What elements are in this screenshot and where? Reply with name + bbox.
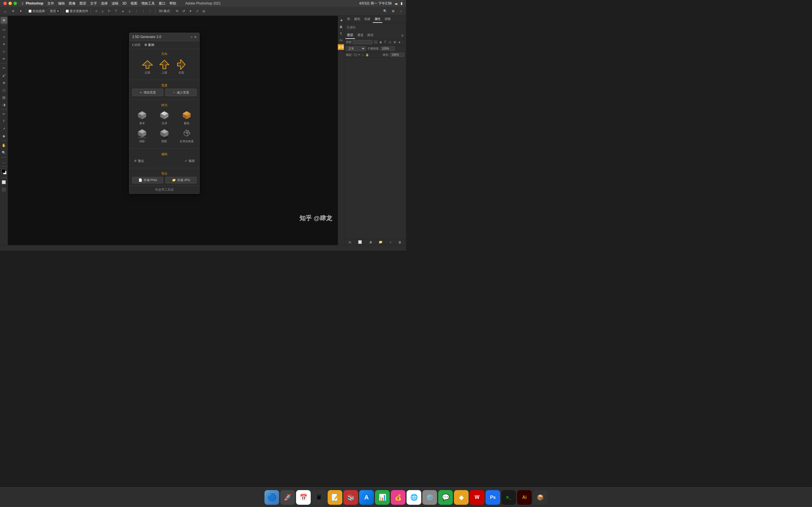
menu-filter[interactable]: 滤镜 bbox=[112, 1, 118, 6]
brush-tool[interactable]: 🖌 bbox=[1, 72, 7, 79]
direction-left[interactable]: 左面 bbox=[142, 59, 153, 75]
menu-edit[interactable]: 编辑 bbox=[58, 1, 65, 6]
hand-tool[interactable]: ✋ bbox=[1, 142, 7, 149]
menu-3d[interactable]: 3D bbox=[122, 1, 126, 5]
marquee-tool[interactable]: ▭ bbox=[1, 26, 7, 33]
menu-layer[interactable]: 图层 bbox=[80, 1, 86, 6]
reset-button[interactable]: ↺ 复位 bbox=[132, 158, 146, 164]
style-global-light[interactable]: 全局光角度 bbox=[177, 128, 197, 144]
app-menu-photoshop[interactable]: Photoshop bbox=[26, 1, 43, 5]
path-select-tool[interactable]: ↗ bbox=[1, 125, 7, 132]
direction-up[interactable]: 上面 bbox=[159, 59, 170, 75]
align-center-v-icon[interactable]: ≡ bbox=[120, 8, 126, 14]
show-transform-check[interactable] bbox=[66, 10, 69, 13]
save-png-button[interactable]: 📄 存储 PNG bbox=[132, 177, 163, 183]
distribute-icon[interactable]: ⋮ bbox=[134, 8, 139, 14]
distribute2-icon[interactable]: ⋮ bbox=[140, 8, 146, 14]
new-layer-button[interactable]: + bbox=[390, 240, 391, 244]
shape-tool[interactable]: ◆ bbox=[1, 133, 7, 139]
clone-tool[interactable]: ⊕ bbox=[1, 79, 7, 86]
fx-button[interactable]: fx bbox=[349, 240, 351, 244]
align-center-h-icon[interactable]: ⊥ bbox=[100, 8, 105, 14]
filter-adjustment-icon[interactable]: ◑ bbox=[378, 40, 382, 44]
style-color[interactable]: 颜色 bbox=[177, 110, 197, 125]
tab-explain[interactable]: ℹ 说明 bbox=[132, 43, 140, 47]
save-button[interactable]: ✓ 保存 bbox=[183, 158, 197, 164]
menu-window[interactable]: 窗口 bbox=[159, 1, 165, 6]
tab-library[interactable]: 库 bbox=[345, 16, 352, 23]
maximize-button[interactable] bbox=[13, 2, 17, 5]
collapse-panels-button[interactable]: ◀ bbox=[339, 17, 344, 23]
mask-mode[interactable]: ⬜ bbox=[1, 179, 7, 186]
direction-right[interactable]: 右面 bbox=[175, 59, 187, 75]
save-jpg-button[interactable]: 📁 存储 JPG bbox=[165, 177, 197, 183]
tab-swatches[interactable]: 色板 bbox=[363, 16, 372, 23]
tab-channels[interactable]: 通道 bbox=[356, 32, 365, 39]
3d-slide-icon[interactable]: ⤢ bbox=[194, 8, 200, 14]
3d-pan-icon[interactable]: ↺ bbox=[181, 8, 186, 14]
layer-filter-input[interactable] bbox=[353, 40, 372, 44]
tab-paths[interactable]: 路径 bbox=[366, 32, 375, 39]
expand-icon[interactable]: » bbox=[191, 35, 193, 39]
3d-camera-icon[interactable]: ◎ bbox=[201, 8, 207, 14]
menu-select[interactable]: 选择 bbox=[101, 1, 108, 6]
align-right-icon[interactable]: ⊢ bbox=[107, 8, 112, 14]
auto-select-checkbox[interactable]: 自动选择: bbox=[29, 9, 46, 13]
dropdown-arrow[interactable]: ▾ bbox=[18, 8, 24, 14]
increase-width-button[interactable]: + 增加宽度 bbox=[132, 89, 163, 96]
tab-color[interactable]: 颜色 bbox=[352, 16, 362, 23]
zoom-tool[interactable]: 🔍 bbox=[1, 149, 7, 156]
lasso-tool[interactable]: ⊃ bbox=[1, 34, 7, 40]
style-glossy[interactable]: 光泽 bbox=[154, 110, 174, 125]
menu-image[interactable]: 图像 bbox=[69, 1, 75, 6]
lock-position-icon[interactable]: ✏ bbox=[358, 53, 360, 56]
decrease-width-button[interactable]: − 减少宽度 bbox=[165, 89, 197, 96]
menu-file[interactable]: 文件 bbox=[47, 1, 54, 6]
extra-tool[interactable]: … bbox=[1, 159, 7, 165]
layers-panel-menu[interactable]: ≡ bbox=[400, 33, 405, 39]
home-icon[interactable]: ⌂ bbox=[2, 8, 8, 14]
tab-example[interactable]: ⚙ 案例 bbox=[144, 43, 154, 47]
A-icon[interactable]: A bbox=[339, 24, 344, 30]
workspace-icon[interactable]: ⊞ bbox=[390, 8, 396, 14]
minimize-button[interactable] bbox=[8, 2, 12, 5]
filter-toggle[interactable]: ● bbox=[398, 40, 402, 44]
menu-icon[interactable]: ≡ bbox=[194, 35, 197, 39]
filter-text-icon[interactable]: T bbox=[383, 40, 387, 44]
align-left-icon[interactable]: ⊣ bbox=[93, 8, 99, 14]
adjustment-button[interactable]: ◑ bbox=[369, 240, 372, 244]
align-top-icon[interactable]: ⊤ bbox=[113, 8, 119, 14]
screen-mode[interactable]: ⬛ bbox=[1, 186, 7, 193]
menu-text[interactable]: 文字 bbox=[90, 1, 97, 6]
move-tool-options[interactable]: ✛ bbox=[10, 8, 16, 14]
text-tool[interactable]: T bbox=[1, 118, 7, 125]
lock-pixels-icon[interactable]: ⬛ bbox=[354, 53, 357, 56]
layer-select-dropdown[interactable]: 图层 ▾ bbox=[48, 8, 61, 14]
apple-menu[interactable]:  bbox=[22, 1, 23, 6]
auto-select-check[interactable] bbox=[29, 10, 32, 13]
move-tool[interactable]: ✛ bbox=[1, 17, 7, 24]
layer-mode-select[interactable]: 正常 bbox=[346, 46, 366, 51]
menu-view[interactable]: 视图 bbox=[131, 1, 137, 6]
menu-help[interactable]: 帮助 bbox=[169, 1, 176, 6]
gradient-tool[interactable]: ▤ bbox=[1, 94, 7, 101]
style-basic[interactable]: 基本 bbox=[132, 110, 152, 125]
filter-smart-icon[interactable]: ⊞ bbox=[393, 40, 397, 44]
3d-scale-icon[interactable]: ✦ bbox=[188, 8, 193, 14]
distribute3-icon[interactable]: ⋮ bbox=[147, 8, 153, 14]
foreground-color[interactable] bbox=[1, 169, 5, 173]
filter-shape-icon[interactable]: ◻ bbox=[388, 40, 392, 44]
pilcrow-icon[interactable]: ¶ bbox=[339, 31, 344, 37]
delete-layer-button[interactable]: 🗑 bbox=[398, 240, 402, 244]
lock-all-icon[interactable]: 🔒 bbox=[365, 53, 369, 56]
pen-tool[interactable]: ✏ bbox=[1, 111, 7, 117]
color-swatches[interactable] bbox=[1, 169, 7, 176]
show-transform-checkbox[interactable]: 显示变换控件 bbox=[66, 9, 88, 13]
filter-pixel-icon[interactable]: ⬛ bbox=[373, 40, 377, 44]
crop-tool[interactable]: ⊹ bbox=[1, 48, 7, 55]
eyedropper-tool[interactable]: ✒ bbox=[1, 55, 7, 62]
share-icon[interactable]: ↑ bbox=[398, 8, 404, 14]
healing-tool[interactable]: ✂ bbox=[1, 65, 7, 71]
align-bottom-icon[interactable]: ⊥ bbox=[127, 8, 133, 14]
wand-tool[interactable]: ✦ bbox=[1, 41, 7, 48]
